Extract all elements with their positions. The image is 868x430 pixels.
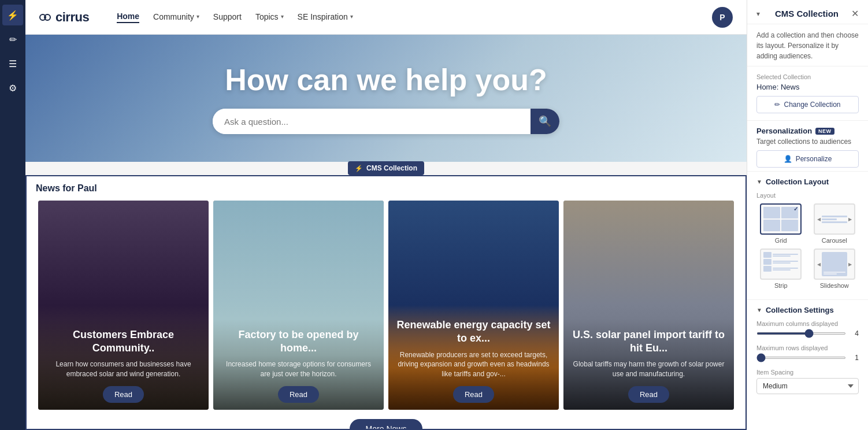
cms-collection-badge[interactable]: ⚡ CMS Collection xyxy=(348,161,424,175)
change-collection-label: Change Collection xyxy=(784,101,840,109)
personalization-section: Personalization NEW Target collections t… xyxy=(747,121,868,172)
panel-close-button[interactable]: ✕ xyxy=(851,8,859,19)
card-title-1: Factory to be opened by home... xyxy=(220,328,377,355)
nav-topics-label: Topics xyxy=(255,12,279,21)
layout-option-grid[interactable]: Grid xyxy=(756,203,806,244)
max-rows-slider[interactable] xyxy=(756,357,846,359)
layout-label: Layout xyxy=(756,192,859,199)
nav-se-label: SE Inspiration xyxy=(298,12,348,21)
nav-item-home[interactable]: Home xyxy=(117,12,139,23)
nav-item-community[interactable]: Community ▾ xyxy=(153,12,199,23)
collection-settings-title: Collection Settings xyxy=(766,306,834,314)
change-collection-button[interactable]: ✏ Change Collection xyxy=(756,96,859,113)
item-spacing-select-row: Small Medium Large xyxy=(756,378,859,394)
carousel-line-2 xyxy=(822,221,847,223)
strip-line-3 xyxy=(773,268,798,269)
sidebar-icon-pen[interactable]: ✏ xyxy=(2,29,23,50)
left-sidebar: ⚡ ✏ ☰ ⚙ xyxy=(0,0,25,430)
max-rows-slider-row: 1 xyxy=(756,354,859,362)
carousel-left-arrow: ◀ xyxy=(817,217,821,222)
strip-line-short-2 xyxy=(773,262,791,264)
collection-layout-collapse[interactable]: ▼ Collection Layout xyxy=(756,177,859,186)
card-read-btn-2[interactable]: Read xyxy=(453,386,494,403)
layout-name-grid: Grid xyxy=(775,237,787,244)
grid-cell xyxy=(781,207,798,218)
card-title-3: U.S. solar panel import tariff to hit Eu… xyxy=(570,328,727,355)
collapse-chevron-icon: ▼ xyxy=(756,179,762,185)
card-desc-3: Global tariffs may harm the growth of so… xyxy=(570,359,727,379)
slideshow-main xyxy=(822,252,847,276)
strip-row-3 xyxy=(763,266,798,272)
card-desc-0: Learn how consumers and businesses have … xyxy=(45,359,202,379)
selected-collection-section: Selected Collection Home: News ✏ Change … xyxy=(747,66,868,121)
pen-icon: ✏ xyxy=(9,34,17,45)
carousel-right-arrow: ▶ xyxy=(848,217,852,222)
strip-row xyxy=(763,252,798,258)
card-desc-1: Increased home storage options for consu… xyxy=(220,359,377,379)
layout-option-carousel[interactable]: ◀ ▶ Carousel xyxy=(810,203,859,244)
collection-settings-collapse[interactable]: ▼ Collection Settings xyxy=(756,306,859,314)
max-columns-slider[interactable] xyxy=(756,332,846,335)
strip-row-2 xyxy=(763,259,798,265)
layout-name-carousel: Carousel xyxy=(822,237,847,244)
item-spacing-select[interactable]: Small Medium Large xyxy=(756,378,859,394)
gear-icon: ⚙ xyxy=(9,83,17,94)
grid-cell xyxy=(763,220,780,231)
slideshow-line xyxy=(824,272,845,273)
card-desc-2: Renewable producers are set to exceed ta… xyxy=(395,350,552,379)
more-news-button[interactable]: More News xyxy=(350,419,423,430)
card-2: Renewable energy capacity set to ex... R… xyxy=(388,201,559,410)
card-0: Customers Embrace Community.. Learn how … xyxy=(38,201,209,410)
slideshow-preview-inner: ◀ ▶ xyxy=(815,250,854,279)
lightning-icon: ⚡ xyxy=(7,10,18,21)
nav-item-se-inspiration[interactable]: SE Inspiration ▾ xyxy=(298,12,353,23)
search-button[interactable]: 🔍 xyxy=(531,109,559,134)
grid-cell xyxy=(763,207,780,218)
search-input[interactable] xyxy=(213,109,531,134)
layout-option-strip[interactable]: Strip xyxy=(756,249,806,289)
selected-collection-label: Selected Collection xyxy=(756,73,859,80)
strip-preview-inner xyxy=(761,250,800,279)
strip-line-short xyxy=(773,255,791,257)
right-panel: ▾ CMS Collection ✕ Add a collection and … xyxy=(747,0,868,430)
top-nav: cirrus Home Community ▾ Support Topics ▾… xyxy=(25,0,747,35)
card-overlay-0: Customers Embrace Community.. Learn how … xyxy=(38,319,209,410)
card-3: U.S. solar panel import tariff to hit Eu… xyxy=(563,201,734,410)
carousel-line-short xyxy=(822,218,837,220)
sidebar-icon-gear[interactable]: ⚙ xyxy=(2,77,23,98)
nav-avatar: P xyxy=(712,7,733,28)
slideshow-left-arrow: ◀ xyxy=(817,262,821,267)
panel-dropdown-icon[interactable]: ▾ xyxy=(756,10,760,18)
nav-item-support[interactable]: Support xyxy=(213,12,242,23)
card-read-btn-0[interactable]: Read xyxy=(103,386,144,403)
slideshow-right-arrow: ▶ xyxy=(848,262,852,267)
selected-collection-value: Home: News xyxy=(756,83,859,91)
layout-name-slideshow: Slideshow xyxy=(820,282,849,289)
main-area: cirrus Home Community ▾ Support Topics ▾… xyxy=(25,0,747,430)
card-read-btn-3[interactable]: Read xyxy=(628,386,669,403)
logo-icon xyxy=(39,14,51,21)
sidebar-icon-lightning[interactable]: ⚡ xyxy=(2,5,23,25)
layout-preview-strip xyxy=(760,249,802,280)
strip-thumb-3 xyxy=(763,266,771,272)
layout-options: Grid ◀ ▶ Carousel xyxy=(756,203,859,289)
content-section: News for Paul Customers Embrace Communit… xyxy=(25,175,747,430)
layout-preview-grid xyxy=(760,203,802,235)
logo: cirrus xyxy=(39,10,89,25)
layout-name-strip: Strip xyxy=(774,282,788,289)
logo-text: cirrus xyxy=(55,10,89,25)
personalization-header: Personalization NEW xyxy=(756,127,859,135)
max-columns-slider-row: 4 xyxy=(756,329,859,338)
max-rows-label: Maximum rows displayed xyxy=(756,344,859,351)
chevron-down-icon-se: ▾ xyxy=(350,13,353,20)
card-1: Factory to be opened by home... Increase… xyxy=(213,201,384,410)
hero-section: How can we help you? 🔍 xyxy=(25,35,747,162)
nav-item-topics[interactable]: Topics ▾ xyxy=(255,12,284,23)
panel-description: Add a collection and then choose its lay… xyxy=(747,24,868,66)
strip-thumb-2 xyxy=(763,259,771,265)
layout-option-slideshow[interactable]: ◀ ▶ Slideshow xyxy=(810,249,859,289)
sidebar-icon-list[interactable]: ☰ xyxy=(2,53,23,74)
max-rows-value: 1 xyxy=(851,354,859,362)
personalize-button[interactable]: 👤 Personalize xyxy=(756,150,859,168)
card-read-btn-1[interactable]: Read xyxy=(278,386,319,403)
